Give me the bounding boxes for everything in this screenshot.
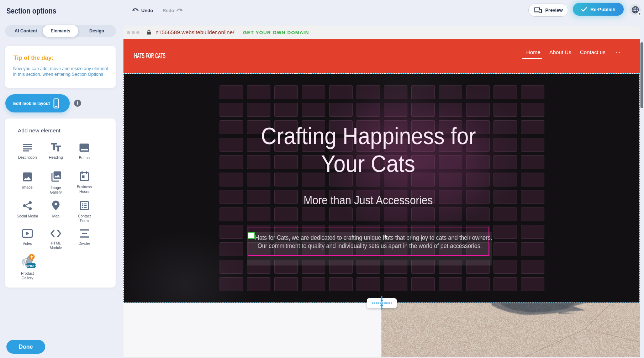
svg-text:SHOP: SHOP (26, 264, 36, 268)
